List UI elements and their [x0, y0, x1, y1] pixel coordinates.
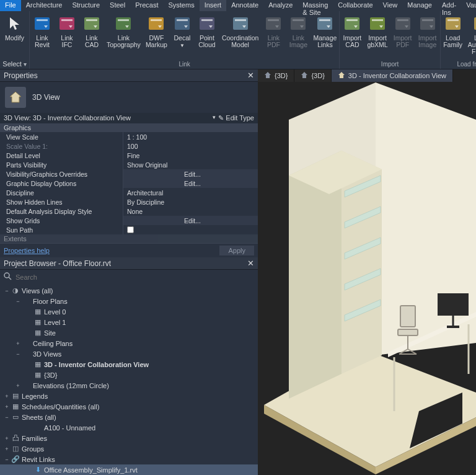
close-icon[interactable]: ✕ [247, 259, 254, 268]
tree-families[interactable]: +凸Families [0, 433, 258, 443]
ribbon-point-cloud[interactable]: PointCloud [195, 11, 219, 60]
modify-label: Modify [5, 35, 24, 42]
ribbon-dwf-markup[interactable]: DWFMarkup [143, 11, 170, 60]
view-tab[interactable]: {3D} [294, 69, 331, 82]
tree-sheets-all-[interactable]: −▭Sheets (all) [0, 412, 258, 422]
cad-icon [342, 14, 362, 33]
tree-elevations-12mm-circle-[interactable]: +Elevations (12mm Circle) [0, 380, 258, 391]
menu-view[interactable]: View [378, 0, 403, 11]
expand-icon[interactable]: + [14, 340, 22, 347]
ribbon-decal[interactable]: Decal▼ [170, 11, 195, 60]
tree-label: Revit Links [22, 456, 55, 463]
tree-level-0[interactable]: ▦Level 0 [0, 306, 258, 317]
instance-filter[interactable]: 3D View: 3D - Inventor Collaboration Vie… [4, 114, 131, 122]
expand-icon[interactable]: + [2, 446, 11, 452]
tree-legends[interactable]: +▤Legends [0, 391, 258, 401]
edit-type-button[interactable]: ✎ Edit Type [218, 114, 254, 122]
menu-vault[interactable]: Vault [461, 0, 476, 11]
section-graphics[interactable]: Graphics [0, 123, 258, 132]
menu-insert[interactable]: Insert [200, 0, 227, 11]
svg-line-37 [9, 277, 11, 280]
expand-icon[interactable]: + [2, 393, 11, 399]
legend-icon: ▤ [11, 392, 20, 401]
tree-floor-plans[interactable]: −Floor Plans [0, 296, 258, 306]
checkbox[interactable] [127, 226, 134, 233]
menu-architecture[interactable]: Architecture [21, 0, 68, 11]
ribbon-link-revit[interactable]: LinkRevit [30, 11, 55, 60]
menu-structure[interactable]: Structure [67, 0, 105, 11]
modify-tool[interactable]: Modify [0, 11, 29, 59]
expand-icon[interactable]: − [14, 351, 22, 357]
expand-icon[interactable]: + [14, 383, 22, 389]
3d-viewport[interactable] [258, 82, 476, 475]
tree-views-all-[interactable]: −◑Views (all) [0, 285, 258, 296]
ribbon-import-cad[interactable]: ImportCAD [340, 11, 364, 60]
view-tab[interactable]: {3D} [258, 69, 294, 82]
tree-a100-unnamed[interactable]: A100 - Unnamed [0, 422, 258, 433]
prop-graphic-display-options[interactable]: Graphic Display OptionsEdit... [0, 179, 258, 188]
expand-icon[interactable]: − [2, 414, 11, 420]
prop-sun-path[interactable]: Sun Path [0, 225, 258, 234]
ribbon-import-gbxml[interactable]: ImportgbXML [364, 11, 390, 60]
ribbon-link-topography[interactable]: LinkTopography [104, 11, 143, 60]
section-extents[interactable]: Extents [0, 234, 258, 243]
view-tab[interactable]: 3D - Inventor Collaboration View [332, 69, 453, 82]
type-selector[interactable]: 3D View [32, 93, 60, 102]
expand-icon[interactable]: + [2, 435, 11, 442]
expand-icon[interactable]: + [2, 404, 11, 410]
ribbon-manage-links[interactable]: ManageLinks [311, 11, 339, 60]
cad-icon [82, 14, 102, 33]
search-input[interactable] [15, 273, 254, 281]
svg-rect-57 [447, 326, 459, 328]
tree-label: Site [44, 329, 56, 337]
tree-level-1[interactable]: ▦Level 1 [0, 317, 258, 327]
ribbon-group-import: Import [340, 60, 439, 69]
ribbon-coordination-model[interactable]: CoordinationModel [219, 11, 262, 60]
menu-massing-site[interactable]: Massing & Site [298, 0, 333, 11]
prop-show-grids[interactable]: Show GridsEdit... [0, 216, 258, 225]
prop-detail-level[interactable]: Detail LevelFine [0, 151, 258, 160]
menu-steel[interactable]: Steel [105, 0, 130, 11]
expand-icon[interactable]: − [2, 288, 11, 294]
prop-default-analysis-display-style[interactable]: Default Analysis Display StyleNone [0, 206, 258, 216]
tree-label: A100 - Unnamed [44, 424, 95, 432]
ribbon-link-cad[interactable]: LinkCAD [79, 11, 104, 60]
select-dropdown[interactable]: Select ▾ [0, 59, 29, 69]
ribbon-load-autodesk-family[interactable]: Load AutodeskFamily [465, 11, 476, 60]
tree-groups[interactable]: +◫Groups [0, 443, 258, 454]
tree-label: 3D Views [33, 350, 61, 358]
tree-3d-inventor-collaboration-view[interactable]: ▦3D - Inventor Collaboration View [0, 359, 258, 370]
sched-icon: ▦ [11, 402, 20, 411]
expand-icon[interactable]: − [14, 298, 22, 304]
properties-help-link[interactable]: Properties help [4, 247, 50, 254]
menu-collaborate[interactable]: Collaborate [333, 0, 377, 11]
prop-scale-value-[interactable]: Scale Value 1:100 [0, 141, 258, 151]
menu-file[interactable]: File [0, 0, 21, 11]
ribbon-load-family[interactable]: LoadFamily [441, 11, 465, 60]
menu-analyze[interactable]: Analyze [263, 0, 298, 11]
rvtlink-icon: ⬇ [33, 466, 42, 474]
menu-precast[interactable]: Precast [130, 0, 163, 11]
tree-office-assembly-simplify-1-rvt[interactable]: ⬇Office Assembly_Simplify_1.rvt [0, 464, 258, 475]
prop-parts-visibility[interactable]: Parts VisibilityShow Original [0, 160, 258, 169]
tree-label: Ceiling Plans [33, 340, 73, 347]
expand-icon[interactable]: − [2, 456, 11, 463]
prop-view-scale[interactable]: View Scale1 : 100 [0, 132, 258, 141]
menu-add-ins[interactable]: Add-Ins [437, 0, 461, 11]
tree-schedules-quantities-all-[interactable]: +▦Schedules/Quantities (all) [0, 401, 258, 412]
prop-visibility-graphics-overrides[interactable]: Visibility/Graphics OverridesEdit... [0, 169, 258, 179]
tree--3d-[interactable]: ▦{3D} [0, 370, 258, 380]
prop-show-hidden-lines[interactable]: Show Hidden LinesBy Discipline [0, 197, 258, 206]
apply-button[interactable]: Apply [219, 246, 254, 255]
menu-systems[interactable]: Systems [163, 0, 199, 11]
svg-rect-19 [293, 19, 304, 21]
tree-ceiling-plans[interactable]: +Ceiling Plans [0, 338, 258, 348]
close-icon[interactable]: ✕ [247, 71, 254, 80]
tree-3d-views[interactable]: −3D Views [0, 348, 258, 359]
tree-site[interactable]: ▦Site [0, 327, 258, 338]
tree-revit-links[interactable]: −🔗Revit Links [0, 454, 258, 464]
menu-manage[interactable]: Manage [402, 0, 437, 11]
prop-discipline[interactable]: DisciplineArchitectural [0, 188, 258, 197]
ribbon-link-ifc[interactable]: LinkIFC [55, 11, 79, 60]
menu-annotate[interactable]: Annotate [226, 0, 263, 11]
